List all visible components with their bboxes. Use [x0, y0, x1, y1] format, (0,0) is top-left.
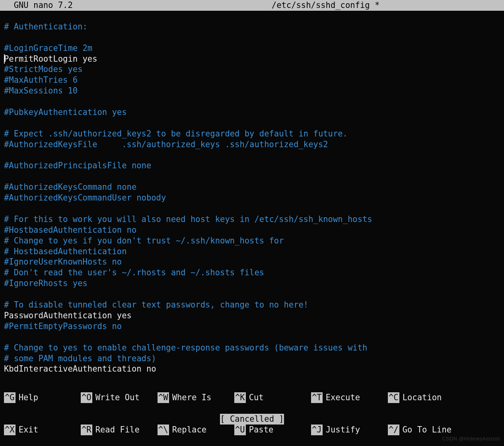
line-text: # To disable tunneled clear text passwor… — [4, 300, 308, 310]
editor-line[interactable]: # Change to yes if you don't trust ~/.ss… — [4, 236, 500, 246]
editor-area[interactable]: # Authentication:#LoginGraceTime 2mPermi… — [0, 11, 504, 374]
shortcut-execute[interactable]: ^TExecute — [311, 392, 388, 403]
shortcut-key: ^O — [81, 392, 92, 403]
shortcut-help[interactable]: ^GHelp — [4, 392, 81, 403]
shortcut-label: Exit — [19, 425, 38, 435]
editor-line[interactable]: #PubkeyAuthentication yes — [4, 107, 500, 118]
line-text: #LoginGraceTime 2m — [4, 43, 92, 53]
shortcut-key: ^C — [388, 392, 399, 403]
line-text: # Authentication: — [4, 22, 88, 31]
line-text: # For this to work you will also need ho… — [4, 214, 372, 224]
editor-line[interactable] — [4, 332, 500, 343]
editor-line[interactable]: # HostbasedAuthentication — [4, 246, 500, 257]
shortcut-label: Execute — [326, 392, 360, 403]
shortcut-bar: ^GHelp^OWrite Out^WWhere Is^KCut^TExecut… — [0, 371, 504, 446]
line-text: # Change to yes to enable challenge-resp… — [4, 343, 367, 353]
line-text: #MaxAuthTries 6 — [4, 75, 78, 85]
editor-line[interactable]: # Authentication: — [4, 21, 500, 32]
app-name: GNU nano 7.2 — [0, 0, 73, 11]
editor-line[interactable]: PasswordAuthentication yes — [4, 310, 500, 321]
editor-line[interactable]: # For this to work you will also need ho… — [4, 214, 500, 225]
shortcut-exit[interactable]: ^XExit — [4, 425, 81, 435]
watermark: CSDN @HolmesAmzish — [442, 434, 500, 444]
shortcut-label: Read File — [95, 425, 140, 435]
editor-line[interactable]: #AuthorizedKeysCommand none — [4, 182, 500, 193]
shortcut-read-file[interactable]: ^RRead File — [81, 425, 158, 435]
shortcut-replace[interactable]: ^\Replace — [158, 425, 234, 435]
line-text: # Don't read the user's ~/.rhosts and ~/… — [4, 268, 264, 277]
editor-line[interactable]: #AuthorizedKeysFile .ssh/authorized_keys… — [4, 139, 500, 150]
editor-line[interactable] — [4, 150, 500, 161]
line-text: #MaxSessions 10 — [4, 86, 78, 95]
shortcut-row-2: ^XExit^RRead File^\Replace^UPaste^JJusti… — [0, 425, 504, 435]
line-text: PasswordAuthentication yes — [4, 311, 132, 320]
shortcut-label: Paste — [249, 425, 274, 435]
line-text: #PermitEmptyPasswords no — [4, 321, 122, 331]
editor-line[interactable] — [4, 289, 500, 300]
line-text: #IgnoreRhosts yes — [4, 279, 88, 288]
line-text: #StrictModes yes — [4, 64, 82, 74]
editor-line[interactable]: #AuthorizedKeysCommandUser nobody — [4, 193, 500, 203]
shortcut-key: ^R — [81, 425, 92, 435]
line-text: #AuthorizedPrincipalsFile none — [4, 161, 151, 170]
shortcut-key: ^\ — [158, 425, 169, 435]
shortcut-label: Location — [403, 392, 442, 403]
editor-line[interactable] — [4, 203, 500, 214]
editor-line[interactable]: #MaxAuthTries 6 — [4, 75, 500, 86]
editor-line[interactable]: #HostbasedAuthentication no — [4, 225, 500, 236]
editor-line[interactable]: # Change to yes to enable challenge-resp… — [4, 343, 500, 353]
editor-line[interactable] — [4, 171, 500, 182]
editor-line[interactable] — [4, 32, 500, 43]
line-text: #HostbasedAuthentication no — [4, 225, 136, 235]
editor-line[interactable]: # Don't read the user's ~/.rhosts and ~/… — [4, 267, 500, 278]
shortcut-label: Where Is — [172, 392, 212, 403]
shortcut-key: ^U — [234, 425, 246, 435]
line-text: #AuthorizedKeysCommandUser nobody — [4, 193, 166, 203]
editor-line[interactable] — [4, 96, 500, 107]
shortcut-label: Write Out — [95, 392, 140, 403]
line-text: #AuthorizedKeysCommand none — [4, 182, 136, 192]
shortcut-label: Help — [19, 392, 38, 403]
shortcut-label: Justify — [326, 425, 360, 435]
editor-line[interactable]: #MaxSessions 10 — [4, 86, 500, 96]
editor-line[interactable]: #PermitEmptyPasswords no — [4, 321, 500, 332]
shortcut-row-1: ^GHelp^OWrite Out^WWhere Is^KCut^TExecut… — [0, 392, 504, 403]
editor-line[interactable]: #StrictModes yes — [4, 64, 500, 75]
line-text: # some PAM modules and threads) — [4, 354, 156, 363]
shortcut-key: ^X — [4, 425, 16, 435]
line-text: # HostbasedAuthentication — [4, 247, 127, 256]
line-text: # Change to yes if you don't trust ~/.ss… — [4, 236, 284, 245]
line-text: # Expect .ssh/authorized_keys2 to be dis… — [4, 129, 348, 138]
file-name: /etc/ssh/sshd_config * — [73, 0, 504, 11]
editor-line[interactable]: #AuthorizedPrincipalsFile none — [4, 160, 500, 171]
line-text: #AuthorizedKeysFile .ssh/authorized_keys… — [4, 140, 328, 149]
line-text: #PubkeyAuthentication yes — [4, 107, 127, 117]
line-text: PermitRootLogin yes — [4, 54, 97, 64]
editor-line[interactable]: #LoginGraceTime 2m — [4, 43, 500, 54]
shortcut-label: Replace — [172, 425, 206, 435]
editor-line[interactable]: # Expect .ssh/authorized_keys2 to be dis… — [4, 129, 500, 139]
editor-line[interactable] — [4, 11, 500, 21]
editor-line[interactable]: #IgnoreUserKnownHosts no — [4, 257, 500, 267]
editor-line[interactable]: #IgnoreRhosts yes — [4, 278, 500, 289]
editor-line[interactable]: # some PAM modules and threads) — [4, 353, 500, 364]
shortcut-where-is[interactable]: ^WWhere Is — [158, 392, 234, 403]
shortcut-justify[interactable]: ^JJustify — [311, 425, 388, 435]
shortcut-key: ^J — [311, 425, 323, 435]
shortcut-write-out[interactable]: ^OWrite Out — [81, 392, 158, 403]
shortcut-key: ^K — [234, 392, 246, 403]
shortcut-key: ^W — [158, 392, 169, 403]
editor-line[interactable] — [4, 118, 500, 129]
shortcut-key: ^G — [4, 392, 16, 403]
shortcut-label: Cut — [249, 392, 264, 403]
shortcut-key: ^/ — [388, 425, 399, 435]
editor-line[interactable]: PermitRootLogin yes — [4, 54, 500, 64]
shortcut-key: ^T — [311, 392, 323, 403]
line-text: #IgnoreUserKnownHosts no — [4, 257, 122, 267]
shortcut-paste[interactable]: ^UPaste — [234, 425, 311, 435]
shortcut-cut[interactable]: ^KCut — [234, 392, 311, 403]
shortcut-location[interactable]: ^CLocation — [388, 392, 465, 403]
editor-line[interactable]: # To disable tunneled clear text passwor… — [4, 300, 500, 310]
title-bar: GNU nano 7.2 /etc/ssh/sshd_config * — [0, 0, 504, 11]
